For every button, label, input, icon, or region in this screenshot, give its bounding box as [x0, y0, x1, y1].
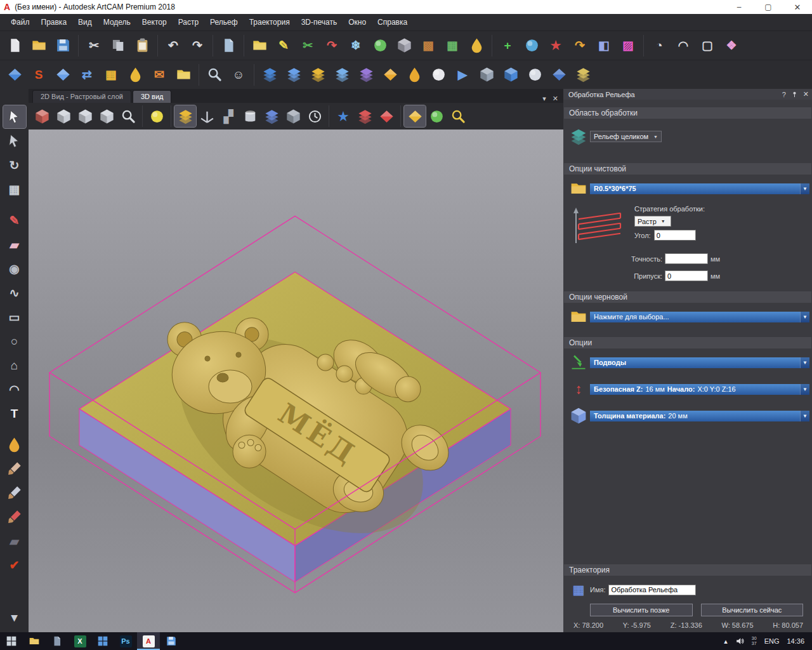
panel-pin-button[interactable]	[791, 91, 798, 98]
menu-help[interactable]: Справка	[372, 15, 413, 29]
menu-file[interactable]: Файл	[5, 15, 36, 29]
text-tool-button[interactable]: T	[3, 402, 26, 425]
polygon-tool-button[interactable]: ⌂	[3, 354, 26, 376]
maximize-button[interactable]: ▢	[754, 0, 783, 14]
calculate-later-button[interactable]: Вычислить позже	[590, 604, 693, 616]
material-selector[interactable]: Толщина материала: 20 мм ▼	[590, 411, 809, 421]
offset-relief-button[interactable]: ⇄	[75, 63, 99, 87]
panel-close-button[interactable]: ✕	[803, 90, 809, 98]
relief-preview-button[interactable]	[392, 34, 416, 58]
sculpt-deposit-button[interactable]: ✔	[3, 554, 26, 576]
lighting-button[interactable]	[146, 105, 167, 127]
draw-plane-blue-button[interactable]	[261, 105, 282, 127]
hidden-icons-chevron[interactable]: ▴	[724, 637, 728, 646]
view-iso-button[interactable]	[31, 105, 53, 127]
menu-toolpath[interactable]: Траектория	[244, 15, 296, 29]
smooth-sphere-button[interactable]	[426, 63, 450, 87]
view-close-button[interactable]: ✕	[553, 95, 558, 103]
draw-axes-button[interactable]	[196, 105, 218, 127]
view-along-z-button[interactable]	[96, 105, 117, 127]
rough-tool-selector[interactable]: Нажмите для выбора... ▼	[590, 312, 809, 322]
close-button[interactable]: ✕	[783, 0, 812, 14]
raise-relief-button[interactable]	[51, 63, 75, 87]
texture-relief-button[interactable]: ▦	[99, 63, 123, 87]
app-media-taskbar-button[interactable]	[46, 632, 69, 650]
face-wizard-button[interactable]: ☺	[226, 63, 251, 87]
measure-grid-button[interactable]: ▦	[3, 178, 26, 201]
zoom-lens-button[interactable]	[202, 63, 226, 87]
relief-from-vectors-button[interactable]	[171, 63, 195, 87]
sculpt-smudge-button[interactable]	[3, 457, 26, 480]
draw-material-button[interactable]	[174, 105, 196, 127]
shape-editor-button[interactable]	[123, 63, 147, 87]
artcam-taskbar-button[interactable]: A	[137, 632, 160, 650]
zoom-view-button[interactable]	[117, 105, 139, 127]
dotted-selection-button[interactable]: ▨	[616, 34, 640, 58]
nesting-button[interactable]	[368, 34, 392, 58]
select-button[interactable]	[3, 105, 26, 128]
block-nest-button[interactable]: ▦	[440, 34, 464, 58]
simulate-cylinder-button[interactable]	[239, 105, 261, 127]
view-menu-button[interactable]: ▾	[542, 95, 546, 103]
angle-input[interactable]	[654, 230, 696, 241]
finish-tool-selector[interactable]: R0.5*30*6*75 ▼	[590, 183, 809, 194]
puzzle-block-button[interactable]: ▞	[218, 105, 239, 127]
find-tool-button[interactable]	[447, 105, 469, 127]
language-indicator[interactable]: ENG	[764, 637, 780, 645]
block-grey-button[interactable]	[282, 105, 304, 127]
sculpt-smooth-button[interactable]	[3, 433, 26, 456]
show-material-button[interactable]	[404, 105, 426, 127]
sculpt-brush-button[interactable]	[3, 505, 26, 528]
copy-button[interactable]	[106, 34, 130, 58]
open-model-button[interactable]	[27, 34, 51, 58]
tab-2d-view[interactable]: 2D Вид - Растровый слой	[32, 90, 131, 103]
menu-relief[interactable]: Рельеф	[204, 15, 244, 29]
sculpt-eraser-button[interactable]: ▰	[3, 529, 26, 552]
texture-star-button[interactable]: ★	[544, 34, 568, 58]
sculpt-button[interactable]: S	[27, 63, 51, 87]
redo-button[interactable]: ↷	[185, 34, 209, 58]
app-storage-taskbar-button[interactable]	[160, 632, 183, 650]
start-taskbar-button[interactable]	[0, 632, 23, 650]
smooth-relief-button[interactable]	[3, 63, 27, 87]
merge-high-button[interactable]	[330, 63, 354, 87]
draw-freehand-button[interactable]: ✎	[3, 209, 26, 232]
bezier-pen-button[interactable]: ✎	[272, 34, 296, 58]
paste-button[interactable]	[130, 34, 154, 58]
3d-scene[interactable]: МЁД	[29, 129, 563, 632]
sculpt-knife-button[interactable]	[3, 481, 26, 504]
3d-viewport[interactable]: ▞★	[29, 103, 563, 632]
tab-3d-view[interactable]: 3D вид	[133, 90, 172, 103]
tolerance-input[interactable]	[665, 253, 708, 264]
tray-meter[interactable]: 30 37	[752, 636, 757, 647]
profile-pin-button[interactable]	[464, 34, 488, 58]
menu-edit[interactable]: Правка	[36, 15, 73, 29]
snowflake-array-button[interactable]: ❄	[344, 34, 368, 58]
material-layers-button[interactable]	[354, 105, 376, 127]
minimize-button[interactable]: –	[724, 0, 754, 14]
menu-model[interactable]: Модель	[98, 15, 136, 29]
transform-button[interactable]: ↻	[3, 154, 26, 176]
photoshop-taskbar-button[interactable]: Ps	[114, 632, 137, 650]
node-editing-button[interactable]	[3, 129, 26, 152]
erase-button[interactable]: ▰	[3, 233, 26, 256]
allowance-input[interactable]	[665, 270, 708, 281]
show-shapes-button[interactable]	[426, 105, 447, 127]
two-rail-sweep-button[interactable]: ↷	[568, 34, 592, 58]
curve-smooth-button[interactable]: ↷	[320, 34, 344, 58]
zero-plane-button[interactable]	[378, 63, 402, 87]
toolpath-star-button[interactable]: ★	[332, 105, 354, 127]
relief-layer-1-button[interactable]	[258, 63, 282, 87]
preview-diamond-button[interactable]	[376, 105, 397, 127]
merge-low-button[interactable]	[354, 63, 378, 87]
more-tools-button[interactable]: ▾	[3, 606, 26, 628]
toolpath-name-input[interactable]	[608, 585, 696, 595]
envelope-distort-button[interactable]: ✉	[147, 63, 171, 87]
cut-button[interactable]: ✂	[82, 34, 106, 58]
mirror-relief-button[interactable]: ◧	[592, 34, 616, 58]
calculate-now-button[interactable]: Вычислить сейчас	[701, 604, 804, 616]
save-model-button[interactable]	[51, 34, 75, 58]
app-spreadsheet-taskbar-button[interactable]: X	[69, 632, 91, 650]
relief-layer-2-button[interactable]	[282, 63, 306, 87]
vector-wizard-button[interactable]	[247, 34, 272, 58]
